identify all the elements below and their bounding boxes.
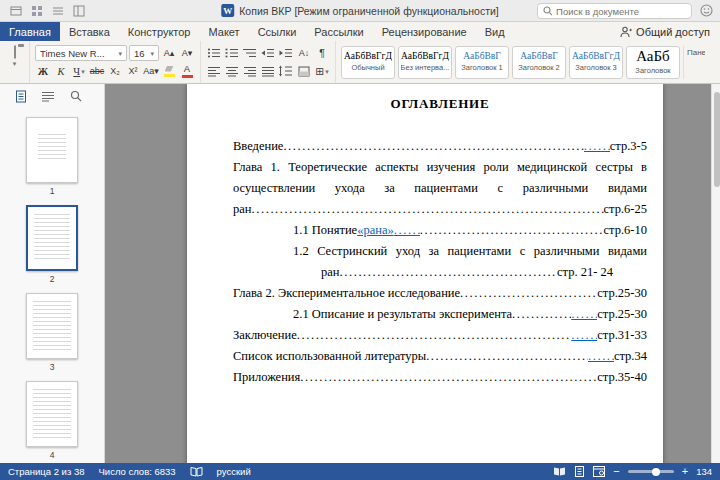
bullets-button[interactable] bbox=[206, 45, 222, 61]
font-size-value: 16 bbox=[134, 48, 146, 59]
thumbnail[interactable] bbox=[26, 293, 78, 359]
ribbon: ▾ Times New R... ▾ 16 ▾ А▴ А▾ Ж К Ч▾ abc… bbox=[0, 41, 720, 84]
align-center-button[interactable] bbox=[224, 63, 240, 79]
thumbnail[interactable] bbox=[26, 117, 78, 183]
line-spacing-button[interactable] bbox=[278, 63, 294, 79]
styles-group: АаБбВвГгДОбычныйАаБбВвГгДБез интерва...А… bbox=[336, 41, 720, 83]
outline-view-icon[interactable] bbox=[42, 91, 55, 102]
language-status[interactable]: русский bbox=[217, 466, 251, 477]
toc-page-number: стр.31-33 bbox=[597, 325, 647, 346]
bullets-icon bbox=[207, 47, 221, 59]
share-button[interactable]: Общий доступ bbox=[620, 22, 720, 41]
document-search[interactable] bbox=[537, 3, 692, 19]
layout-icon[interactable] bbox=[73, 5, 85, 17]
change-case-button[interactable]: Аа▾ bbox=[143, 63, 159, 79]
toc-page-number: стр.34 bbox=[614, 346, 647, 367]
sort-button[interactable]: А↓ bbox=[296, 45, 312, 61]
paste-button[interactable] bbox=[14, 46, 16, 58]
justify-button[interactable] bbox=[260, 63, 276, 79]
multilevel-list-button[interactable] bbox=[242, 45, 258, 61]
style-card[interactable]: АаБбВвГгДОбычный bbox=[341, 46, 395, 79]
tab-Вид[interactable]: Вид bbox=[476, 22, 514, 41]
tab-Рассылки[interactable]: Рассылки bbox=[305, 22, 372, 41]
numbering-button[interactable] bbox=[224, 45, 240, 61]
bold-button[interactable]: Ж bbox=[35, 63, 51, 79]
highlight-color-bar bbox=[164, 74, 175, 77]
chevron-down-icon: ▾ bbox=[118, 50, 122, 57]
shading-button[interactable] bbox=[296, 63, 312, 79]
underline-button[interactable]: Ч▾ bbox=[71, 63, 87, 79]
vertical-scrollbar[interactable] bbox=[711, 84, 720, 463]
italic-button[interactable]: К bbox=[53, 63, 69, 79]
superscript-button[interactable]: X² bbox=[125, 63, 141, 79]
style-preview: АаБб bbox=[636, 49, 670, 64]
align-right-button[interactable] bbox=[242, 63, 258, 79]
font-size-combo[interactable]: 16 ▾ bbox=[129, 45, 159, 61]
toc-link[interactable]: «рана» bbox=[357, 220, 394, 241]
style-preview: АаБбВвГ bbox=[520, 52, 558, 62]
zoom-slider[interactable] bbox=[628, 470, 674, 473]
style-card[interactable]: АаБбВвГгДБез интерва... bbox=[398, 46, 452, 79]
multilevel-list-icon bbox=[243, 47, 257, 59]
thumbnail[interactable] bbox=[26, 381, 78, 447]
search-icon bbox=[543, 6, 552, 16]
toc-line: Введение................................… bbox=[233, 136, 647, 157]
toc-line: 1.2 Сестринский уход за пациентами с раз… bbox=[293, 241, 647, 262]
borders-button[interactable]: ⊞▾ bbox=[314, 63, 330, 79]
pilcrow-button[interactable]: ¶ bbox=[314, 45, 330, 61]
tab-Вставка[interactable]: Вставка bbox=[60, 22, 119, 41]
grow-font-button[interactable]: А▴ bbox=[161, 45, 177, 61]
web-layout-icon[interactable] bbox=[593, 466, 605, 477]
thumbnail[interactable] bbox=[26, 205, 78, 271]
leader-dots-link: ........................................… bbox=[588, 346, 614, 367]
grid-icon[interactable] bbox=[31, 5, 43, 17]
window-icon[interactable] bbox=[10, 5, 22, 17]
page-count-status[interactable]: Страница 2 из 38 bbox=[8, 466, 85, 477]
statusbar-right: − + 134 bbox=[553, 466, 712, 477]
tab-Ссылки[interactable]: Ссылки bbox=[249, 22, 306, 41]
tab-Макет[interactable]: Макет bbox=[199, 22, 248, 41]
tab-Главная[interactable]: Главная bbox=[0, 22, 60, 41]
thumbnail-page-1: 1 bbox=[26, 117, 78, 196]
feedback-smiley-icon[interactable] bbox=[700, 4, 713, 17]
word-app-icon: W bbox=[221, 4, 234, 17]
zoom-out-button[interactable]: − bbox=[613, 466, 619, 477]
highlight-icon bbox=[165, 66, 174, 72]
style-preview: АаБбВвГгД bbox=[344, 52, 392, 62]
align-left-button[interactable] bbox=[206, 63, 222, 79]
thumbnails-view-icon[interactable] bbox=[15, 90, 27, 103]
print-layout-icon[interactable] bbox=[574, 466, 585, 477]
toc-page-number: стр.6-25 bbox=[604, 199, 647, 220]
tab-Конструктор[interactable]: Конструктор bbox=[119, 22, 200, 41]
highlight-button[interactable] bbox=[161, 63, 177, 79]
toc-line: Заключение..............................… bbox=[233, 325, 647, 346]
scrollbar-thumb[interactable] bbox=[714, 92, 720, 187]
font-color-bar bbox=[182, 75, 193, 78]
read-mode-icon[interactable] bbox=[553, 466, 566, 477]
styles-pane-button[interactable]: Панель стилей bbox=[683, 46, 705, 79]
find-icon[interactable] bbox=[70, 90, 82, 102]
proofing-book-icon[interactable] bbox=[190, 466, 203, 477]
zoom-slider-knob[interactable] bbox=[652, 468, 660, 476]
style-card[interactable]: АаБбВвГЗаголовок 2 bbox=[512, 46, 566, 79]
increase-indent-button[interactable] bbox=[278, 45, 294, 61]
decrease-indent-button[interactable] bbox=[260, 45, 276, 61]
style-card[interactable]: АаБбВвГгДЗаголовок 3 bbox=[569, 46, 623, 79]
zoom-percentage[interactable]: 134 bbox=[696, 466, 712, 477]
search-input[interactable] bbox=[556, 6, 686, 17]
font-color-button[interactable]: А bbox=[179, 63, 195, 79]
style-label: Обычный bbox=[351, 63, 384, 72]
shrink-font-button[interactable]: А▾ bbox=[179, 45, 195, 61]
list-icon[interactable] bbox=[52, 5, 64, 17]
style-card[interactable]: АаБбВвГЗаголовок 1 bbox=[455, 46, 509, 79]
subscript-button[interactable]: X₂ bbox=[107, 63, 123, 79]
word-count-status[interactable]: Число слов: 6833 bbox=[99, 466, 176, 477]
tab-Рецензирование[interactable]: Рецензирование bbox=[373, 22, 476, 41]
strikethrough-button[interactable]: abc bbox=[89, 63, 105, 79]
toc-page-number: стр.6-10 bbox=[604, 220, 647, 241]
zoom-in-button[interactable]: + bbox=[682, 466, 688, 477]
style-title[interactable]: АаБб Заголовок bbox=[626, 46, 680, 79]
font-name-combo[interactable]: Times New R... ▾ bbox=[35, 45, 127, 61]
document-page[interactable]: ОГЛАВЛЕНИЕ Введение.....................… bbox=[187, 84, 663, 463]
style-label: Заголовок 1 bbox=[461, 63, 503, 72]
